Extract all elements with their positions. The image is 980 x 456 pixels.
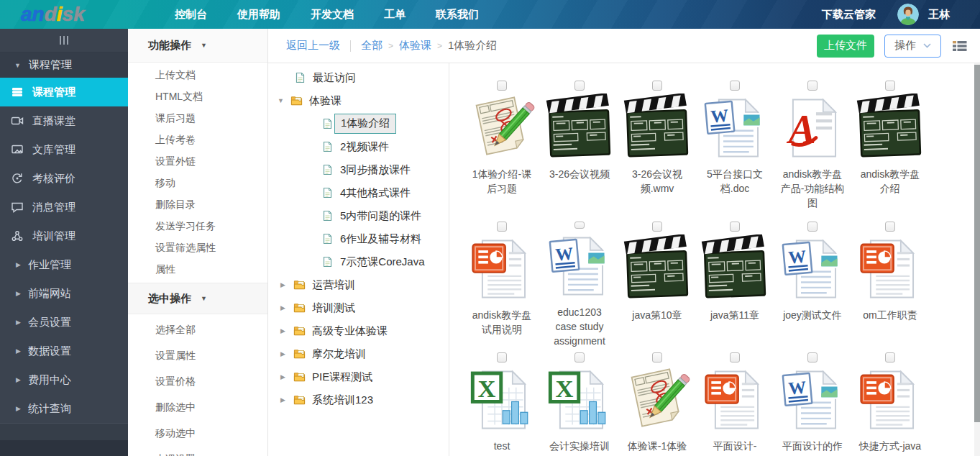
tree-folder[interactable]: ▶系统培训123 bbox=[268, 388, 449, 411]
file-checkbox[interactable] bbox=[885, 352, 895, 362]
menu-item-move-selected[interactable]: 移动选中 bbox=[128, 420, 267, 446]
breadcrumb-course[interactable]: 体验课 bbox=[399, 39, 431, 53]
func-ops-header[interactable]: 功能操作▼ bbox=[128, 29, 267, 63]
menu-item-move[interactable]: 移动 bbox=[128, 172, 267, 193]
sidebar-section-course[interactable]: ▼课程管理 bbox=[0, 53, 128, 78]
file-checkbox[interactable] bbox=[807, 352, 818, 362]
file-item[interactable]: 平面设计- bbox=[696, 348, 774, 456]
menu-item-set-price[interactable]: 设置价格 bbox=[128, 368, 267, 394]
sidebar-group-member[interactable]: ▶会员设置 bbox=[0, 308, 128, 337]
sidebar-item-assessment[interactable]: 考核评价 bbox=[0, 164, 128, 193]
tree-item[interactable]: 6作业及辅导材料 bbox=[268, 227, 449, 250]
menu-item-attr[interactable]: 属性 bbox=[128, 258, 267, 280]
file-item[interactable]: 体验课-1体验 bbox=[618, 348, 696, 456]
file-item[interactable]: W平面设计的作 bbox=[774, 348, 851, 456]
chevron-right-icon[interactable]: ▶ bbox=[280, 281, 288, 288]
tree-item-recent[interactable]: 最近访问 bbox=[268, 66, 449, 89]
file-checkbox[interactable] bbox=[497, 222, 507, 232]
file-checkbox[interactable] bbox=[574, 352, 585, 362]
tree-item-root[interactable]: ▼体验课 bbox=[268, 89, 449, 112]
sidebar-item-library[interactable]: 文库管理 bbox=[0, 135, 128, 164]
topnav-item-ticket[interactable]: 工单 bbox=[369, 0, 421, 29]
action-dropdown-button[interactable]: 操作 bbox=[884, 35, 941, 58]
username[interactable]: 王林 bbox=[928, 8, 950, 22]
chevron-right-icon[interactable]: ▶ bbox=[280, 373, 288, 380]
file-checkbox[interactable] bbox=[497, 352, 507, 362]
menu-item-send-task[interactable]: 发送学习任务 bbox=[128, 215, 267, 237]
download-cloud-link[interactable]: 下载云管家 bbox=[822, 8, 876, 22]
sidebar-item-live-class[interactable]: 直播课堂 bbox=[0, 106, 128, 135]
sidebar-collapse-icon[interactable] bbox=[0, 29, 128, 53]
sidebar-group-stats[interactable]: ▶统计查询 bbox=[0, 394, 128, 423]
chevron-right-icon[interactable]: ▶ bbox=[280, 350, 288, 357]
sidebar-item-course-mgmt[interactable]: 课程管理 bbox=[0, 78, 128, 106]
sel-ops-header[interactable]: 选中操作▼ bbox=[128, 283, 267, 314]
tree-folder[interactable]: ▶PIE课程测试 bbox=[268, 365, 449, 388]
tree-folder[interactable]: ▶摩尔龙培训 bbox=[268, 342, 449, 365]
file-item[interactable]: Wjoey测试文件 bbox=[774, 217, 851, 348]
menu-item-delete-selected[interactable]: 删除选中 bbox=[128, 394, 267, 420]
tree-item-selected[interactable]: 1体验介绍 bbox=[268, 112, 449, 135]
menu-item-filter-attr[interactable]: 设置筛选属性 bbox=[128, 237, 267, 258]
topnav-item-help[interactable]: 使用帮助 bbox=[222, 0, 296, 29]
scrollbar-thumb[interactable] bbox=[974, 65, 980, 422]
tree-folder[interactable]: ▶高级专业体验课 bbox=[268, 319, 449, 342]
file-checkbox[interactable] bbox=[730, 222, 740, 232]
sidebar-item-training[interactable]: 培训管理 bbox=[0, 222, 128, 250]
tree-folder[interactable]: ▶运营培训 bbox=[268, 273, 449, 296]
file-item[interactable]: X会计实操培训 bbox=[541, 348, 618, 456]
tree-folder[interactable]: ▶培训测试 bbox=[268, 296, 449, 319]
file-item[interactable]: andisk教学盘介绍 bbox=[851, 76, 929, 217]
file-item[interactable]: 1体验介绍-课后习题 bbox=[463, 76, 541, 217]
tree-item[interactable]: 7示范课CoreJava bbox=[268, 250, 449, 273]
file-checkbox[interactable] bbox=[807, 81, 818, 91]
file-checkbox[interactable] bbox=[652, 81, 662, 91]
file-checkbox[interactable] bbox=[652, 352, 662, 362]
file-item[interactable]: java第11章 bbox=[696, 217, 774, 348]
file-item[interactable]: java第10章 bbox=[618, 217, 696, 348]
file-item[interactable]: 3-26会议视频.wmv bbox=[618, 76, 696, 217]
list-view-icon[interactable] bbox=[953, 40, 967, 52]
menu-item-html-doc[interactable]: HTML文档 bbox=[128, 86, 267, 107]
sidebar-group-data[interactable]: ▶数据设置 bbox=[0, 337, 128, 365]
menu-item-upload-doc[interactable]: 上传文档 bbox=[128, 64, 267, 86]
file-item[interactable]: andisk教学盘试用说明 bbox=[463, 217, 541, 348]
tree-item[interactable]: 3同步播放课件 bbox=[268, 158, 449, 181]
file-item[interactable]: Aandisk教学盘产品-功能结构图 bbox=[774, 76, 851, 217]
scrollbar-track[interactable] bbox=[974, 63, 980, 456]
menu-item-select-all[interactable]: 选择全部 bbox=[128, 316, 267, 342]
avatar[interactable] bbox=[897, 4, 919, 25]
sidebar-group-frontend[interactable]: ▶前端网站 bbox=[0, 279, 128, 308]
sidebar-group-billing[interactable]: ▶费用中心 bbox=[0, 365, 128, 394]
tree-item[interactable]: 5内带问题的课件 bbox=[268, 204, 449, 227]
topnav-item-contact[interactable]: 联系我们 bbox=[421, 0, 494, 29]
file-checkbox[interactable] bbox=[885, 222, 895, 232]
file-item[interactable]: 快捷方式-java bbox=[851, 348, 929, 456]
chevron-down-icon[interactable]: ▼ bbox=[278, 97, 285, 104]
file-item[interactable]: Xtest bbox=[463, 348, 541, 456]
breadcrumb-all[interactable]: 全部 bbox=[361, 39, 383, 53]
menu-item-set-attr[interactable]: 设置属性 bbox=[128, 342, 267, 368]
sidebar-item-message[interactable]: 消息管理 bbox=[0, 193, 128, 222]
file-checkbox[interactable] bbox=[885, 81, 895, 91]
tree-item[interactable]: 2视频课件 bbox=[268, 135, 449, 158]
back-link[interactable]: 返回上一级 bbox=[286, 39, 340, 53]
menu-item-exercises[interactable]: 课后习题 bbox=[128, 107, 267, 129]
menu-item-partial[interactable]: 上课设置 bbox=[128, 446, 267, 456]
file-checkbox[interactable] bbox=[730, 352, 740, 362]
file-checkbox[interactable] bbox=[730, 81, 740, 91]
file-checkbox[interactable] bbox=[574, 81, 585, 91]
upload-file-button[interactable]: 上传文件 bbox=[817, 35, 874, 58]
menu-item-delete-dir[interactable]: 删除目录 bbox=[128, 193, 267, 215]
file-checkbox[interactable] bbox=[574, 222, 585, 229]
chevron-right-icon[interactable]: ▶ bbox=[280, 396, 288, 403]
file-checkbox[interactable] bbox=[652, 222, 662, 232]
file-checkbox[interactable] bbox=[807, 222, 818, 232]
menu-item-external-link[interactable]: 设置外链 bbox=[128, 150, 267, 172]
topnav-item-console[interactable]: 控制台 bbox=[160, 0, 222, 29]
chevron-right-icon[interactable]: ▶ bbox=[280, 327, 288, 334]
file-item[interactable]: Weduc1203 case study assignment bbox=[541, 217, 618, 348]
tree-item[interactable]: 4其他格式课件 bbox=[268, 181, 449, 204]
file-checkbox[interactable] bbox=[497, 81, 507, 91]
file-item[interactable]: om工作职责 bbox=[851, 217, 929, 348]
